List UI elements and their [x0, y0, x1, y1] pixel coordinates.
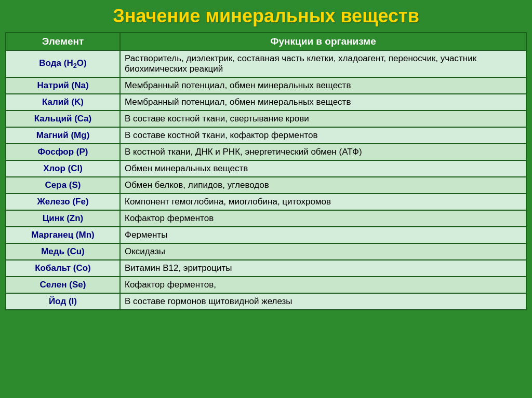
function-cell: В костной ткани, ДНК и РНК, энергетическ… — [120, 144, 526, 160]
table-row: Селен (Se)Кофактор ферментов, — [6, 277, 526, 293]
element-cell: Йод (I) — [6, 293, 120, 310]
function-cell: Кофактор ферментов, — [120, 277, 526, 293]
function-cell: Кофактор ферментов — [120, 210, 526, 227]
minerals-table: Элемент Функции в организме Вода (Н2О)Ра… — [5, 32, 527, 310]
element-cell: Цинк (Zn) — [6, 210, 120, 227]
element-cell: Селен (Se) — [6, 277, 120, 293]
table-row: Фосфор (P)В костной ткани, ДНК и РНК, эн… — [6, 144, 526, 160]
table-row: Кобальт (Co)Витамин В12, эритроциты — [6, 260, 526, 277]
function-cell: Обмен минеральных веществ — [120, 160, 526, 177]
function-cell: Ферменты — [120, 227, 526, 243]
element-cell: Хлор (Cl) — [6, 160, 120, 177]
header-function-col: Функции в организме — [120, 33, 526, 50]
function-cell: Мембранный потенциал, обмен минеральных … — [120, 77, 526, 94]
element-cell: Вода (Н2О) — [6, 50, 120, 77]
table-row: Хлор (Cl)Обмен минеральных веществ — [6, 160, 526, 177]
element-cell: Калий (K) — [6, 94, 120, 111]
function-cell: Растворитель, диэлектрик, составная част… — [120, 50, 526, 77]
function-cell: Обмен белков, липидов, углеводов — [120, 177, 526, 194]
element-cell: Натрий (Na) — [6, 77, 120, 94]
function-cell: В составе костной ткани, кофактор фермен… — [120, 127, 526, 144]
table-row: Железо (Fe)Компонент гемоглобина, миогло… — [6, 194, 526, 210]
function-cell: Витамин В12, эритроциты — [120, 260, 526, 277]
table-row: Магний (Mg)В составе костной ткани, кофа… — [6, 127, 526, 144]
header-element-col: Элемент — [6, 33, 120, 50]
table-header-row: Элемент Функции в организме — [6, 33, 526, 50]
table-row: Сера (S)Обмен белков, липидов, углеводов — [6, 177, 526, 194]
table-row: Йод (I)В составе гормонов щитовидной жел… — [6, 293, 526, 310]
element-cell: Фосфор (P) — [6, 144, 120, 160]
page-title: Значение минеральных веществ — [113, 5, 419, 27]
function-cell: Компонент гемоглобина, миоглобина, цитох… — [120, 194, 526, 210]
table-row: Натрий (Na)Мембранный потенциал, обмен м… — [6, 77, 526, 94]
function-cell: Оксидазы — [120, 243, 526, 260]
table-row: Цинк (Zn)Кофактор ферментов — [6, 210, 526, 227]
element-cell: Сера (S) — [6, 177, 120, 194]
element-cell: Марганец (Mn) — [6, 227, 120, 243]
element-cell: Железо (Fe) — [6, 194, 120, 210]
function-cell: В составе гормонов щитовидной железы — [120, 293, 526, 310]
element-cell: Кальций (Ca) — [6, 111, 120, 127]
element-cell: Кобальт (Co) — [6, 260, 120, 277]
element-cell: Магний (Mg) — [6, 127, 120, 144]
element-cell: Медь (Cu) — [6, 243, 120, 260]
table-row: Марганец (Mn)Ферменты — [6, 227, 526, 243]
function-cell: В составе костной ткани, свертывание кро… — [120, 111, 526, 127]
function-cell: Мембранный потенциал, обмен минеральных … — [120, 94, 526, 111]
table-row: Кальций (Ca)В составе костной ткани, све… — [6, 111, 526, 127]
table-row: Вода (Н2О)Растворитель, диэлектрик, сост… — [6, 50, 526, 77]
table-row: Медь (Cu)Оксидазы — [6, 243, 526, 260]
table-row: Калий (K)Мембранный потенциал, обмен мин… — [6, 94, 526, 111]
